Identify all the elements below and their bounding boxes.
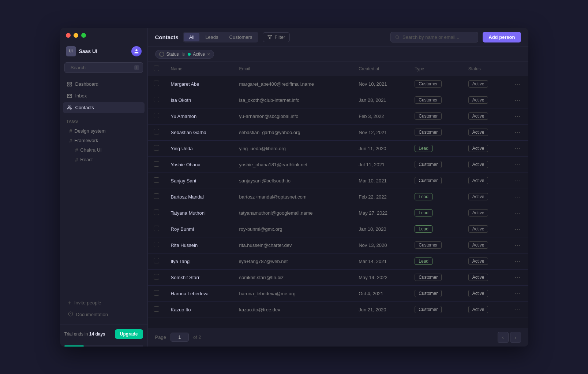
row-checkbox-11[interactable] (154, 258, 159, 263)
hash-icon-3: # (75, 147, 78, 153)
row-more-button-7[interactable]: ⋯ (512, 193, 523, 201)
tag-chakra-ui[interactable]: # Chakra UI (67, 145, 141, 155)
row-checkbox-1[interactable] (154, 97, 159, 102)
filter-label: Filter (274, 34, 285, 40)
row-actions-7: ⋯ (506, 189, 528, 205)
documentation-label: Documentation (76, 312, 108, 317)
search-input[interactable] (402, 34, 473, 40)
row-more-button-5[interactable]: ⋯ (512, 160, 523, 169)
row-date-8: May 27, 2022 (353, 205, 409, 221)
row-more-button-2[interactable]: ⋯ (512, 112, 523, 121)
tab-leads[interactable]: Leads (200, 33, 223, 41)
col-checkbox (148, 62, 165, 76)
row-checkbox-7[interactable] (154, 193, 159, 199)
filter-is-label: is (182, 52, 185, 57)
user-avatar-right[interactable] (131, 46, 142, 56)
col-type: Type (409, 62, 462, 76)
row-more-button-11[interactable]: ⋯ (512, 257, 523, 266)
row-type-0: Customer (409, 76, 462, 92)
row-more-button-4[interactable]: ⋯ (512, 144, 523, 153)
row-type-1: Customer (409, 92, 462, 108)
filter-icon (267, 35, 272, 40)
row-status-11: Active (462, 253, 506, 269)
status-filter-icon (159, 52, 164, 57)
row-more-button-8[interactable]: ⋯ (512, 209, 523, 217)
type-badge-4: Lead (415, 145, 432, 152)
header-left: Contacts All Leads Customers Filter (155, 32, 290, 42)
sidebar-item-inbox[interactable]: Inbox (63, 90, 145, 101)
row-actions-0: ⋯ (506, 76, 528, 92)
row-checkbox-9[interactable] (154, 226, 159, 231)
row-email-8: tatyanamuthoni@googlemail.name (233, 205, 353, 221)
select-all-checkbox[interactable] (154, 66, 159, 71)
filter-button[interactable]: Filter (263, 32, 290, 42)
row-more-button-1[interactable]: ⋯ (512, 96, 523, 104)
row-date-3: Nov 12, 2021 (353, 124, 409, 140)
row-status-7: Active (462, 189, 506, 205)
row-more-button-3[interactable]: ⋯ (512, 128, 523, 137)
row-status-14: Active (462, 301, 506, 318)
row-more-button-9[interactable]: ⋯ (512, 225, 523, 233)
status-filter-pill[interactable]: Status is Active × (155, 50, 214, 59)
prev-page-button[interactable]: ‹ (498, 332, 509, 343)
filter-remove-button[interactable]: × (207, 52, 210, 57)
page-number-input[interactable] (171, 333, 189, 342)
row-checkbox-8[interactable] (154, 210, 159, 215)
svg-point-7 (396, 36, 399, 38)
tab-all[interactable]: All (184, 33, 199, 41)
tag-design-system[interactable]: # Design system (67, 126, 141, 136)
row-more-button-10[interactable]: ⋯ (512, 241, 523, 249)
table-row: Ying Ueda ying_ueda@libero.org Jun 11, 2… (148, 140, 528, 156)
tab-customers[interactable]: Customers (224, 33, 258, 41)
type-badge-12: Customer (415, 274, 442, 281)
trial-progress-fill (64, 345, 84, 347)
row-checkbox-6[interactable] (154, 177, 159, 183)
row-status-1: Active (462, 92, 506, 108)
row-checkbox-14[interactable] (154, 306, 159, 312)
tag-framework[interactable]: # Framework (67, 136, 141, 145)
row-actions-1: ⋯ (506, 92, 528, 108)
sidebar-search-input[interactable] (71, 65, 132, 70)
row-actions-10: ⋯ (506, 237, 528, 253)
status-badge-2: Active (468, 112, 488, 120)
row-checkbox-4[interactable] (154, 145, 159, 151)
row-more-button-12[interactable]: ⋯ (512, 273, 523, 282)
row-more-button-14[interactable]: ⋯ (512, 306, 523, 314)
sidebar-item-contacts[interactable]: Contacts (63, 102, 145, 113)
row-checkbox-3[interactable] (154, 129, 159, 134)
svg-point-4 (68, 105, 70, 107)
table-row: Kazuo Ito kazuo.ito@free.dev Jun 21, 202… (148, 301, 528, 318)
minimize-button[interactable] (74, 33, 78, 38)
row-more-button-6[interactable]: ⋯ (512, 177, 523, 185)
documentation-item[interactable]: Documentation (64, 309, 143, 320)
row-more-button-0[interactable]: ⋯ (512, 80, 523, 88)
maximize-button[interactable] (81, 33, 86, 38)
invite-people-item[interactable]: + Invite people (64, 297, 143, 309)
row-checkbox-2[interactable] (154, 113, 159, 118)
row-checkbox-cell-1 (148, 92, 165, 108)
row-checkbox-13[interactable] (154, 290, 159, 296)
search-box[interactable] (390, 32, 478, 42)
upgrade-button[interactable]: Upgrade (115, 329, 143, 339)
sidebar-search[interactable]: / (64, 62, 143, 73)
row-checkbox-0[interactable] (154, 81, 159, 86)
status-badge-7: Active (468, 193, 488, 200)
close-button[interactable] (66, 33, 71, 38)
row-checkbox-cell-0 (148, 76, 165, 92)
row-name-13: Haruna Lebedeva (165, 285, 233, 301)
tag-react[interactable]: # React (67, 155, 141, 164)
sidebar-item-label-dashboard: Dashboard (75, 81, 99, 87)
row-checkbox-12[interactable] (154, 274, 159, 279)
row-checkbox-10[interactable] (154, 242, 159, 247)
row-status-5: Active (462, 156, 506, 173)
row-more-button-13[interactable]: ⋯ (512, 289, 523, 298)
type-badge-14: Customer (415, 306, 442, 313)
sidebar-item-dashboard[interactable]: Dashboard (63, 79, 145, 90)
row-name-1: Isa Okoth (165, 92, 233, 108)
row-status-12: Active (462, 269, 506, 285)
add-person-button[interactable]: Add person (483, 32, 521, 42)
row-checkbox-5[interactable] (154, 161, 159, 167)
main-header: Contacts All Leads Customers Filter Add … (148, 28, 528, 47)
row-email-7: bartosz+mandal@optusnet.com (233, 189, 353, 205)
next-page-button[interactable]: › (510, 332, 521, 343)
